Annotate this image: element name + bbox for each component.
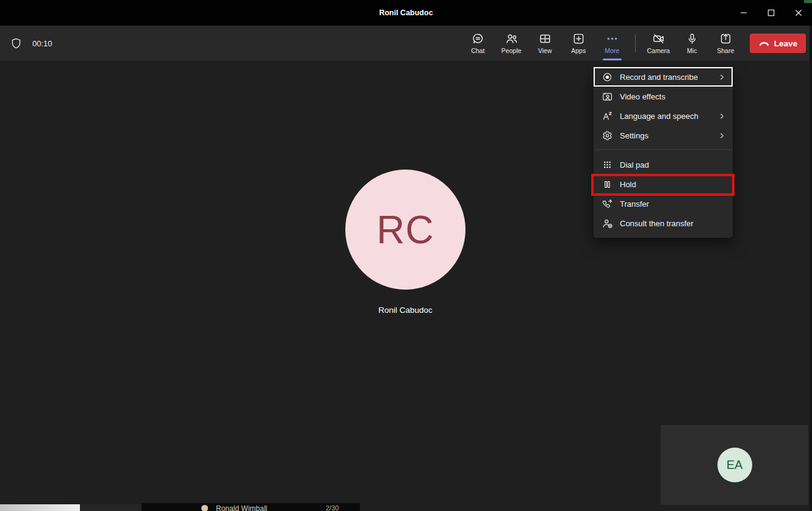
menu-item-label: Language and speech (620, 112, 699, 121)
grid-view-icon (539, 32, 552, 45)
background-window-fragment-right (810, 26, 812, 511)
people-button[interactable]: People (495, 26, 528, 61)
window-controls (730, 0, 812, 26)
close-button[interactable] (785, 0, 812, 26)
call-info: 00:10 (10, 37, 52, 50)
more-button[interactable]: More (595, 26, 629, 61)
menu-item-dial-pad[interactable]: Dial pad (594, 155, 733, 174)
mic-icon (686, 32, 699, 45)
menu-item-transfer[interactable]: Transfer (594, 194, 733, 213)
self-initials: EA (727, 458, 743, 472)
mic-label: Mic (687, 48, 697, 54)
background-window-fragment-mid (80, 504, 142, 511)
desktop-corner-fragment (804, 0, 812, 3)
consult-transfer-icon (602, 218, 613, 229)
chevron-right-icon (717, 112, 727, 121)
video-effects-icon (602, 91, 613, 102)
background-window-counter: 2/30 (326, 504, 339, 511)
camera-label: Camera (647, 48, 670, 54)
background-window-name: Ronald Wimball (216, 504, 267, 511)
teams-call-window: Ronil Cabudoc 00:10 (0, 0, 812, 511)
minimize-button[interactable] (730, 0, 757, 26)
participant-name: Ronil Cabudoc (315, 306, 496, 315)
maximize-icon (767, 9, 775, 16)
menu-item-label: Hold (620, 180, 636, 189)
mic-button[interactable]: Mic (675, 26, 709, 61)
minimize-icon (740, 9, 747, 16)
titlebar: Ronil Cabudoc (0, 0, 812, 26)
close-icon (795, 9, 802, 16)
leave-label: Leave (774, 39, 797, 48)
ellipsis-icon (606, 32, 619, 45)
apps-label: Apps (571, 48, 586, 54)
gear-icon (602, 130, 613, 141)
leave-button[interactable]: Leave (750, 34, 806, 53)
chevron-right-icon (717, 131, 727, 140)
people-icon (505, 32, 518, 45)
menu-item-label: Dial pad (620, 160, 649, 170)
apps-button[interactable]: Apps (562, 26, 595, 61)
hold-pause-icon (602, 179, 613, 190)
menu-item-video-effects[interactable]: Video effects (594, 87, 733, 106)
call-toolbar: 00:10 Chat People (0, 26, 812, 61)
language-icon (602, 110, 613, 122)
share-button[interactable]: Share (709, 26, 742, 61)
dialpad-icon (602, 159, 613, 171)
more-menu: Record and transcribe Video effects Lang… (594, 67, 733, 238)
menu-item-hold[interactable]: Hold (594, 174, 733, 194)
background-window-bar[interactable]: Ronald Wimball 2/30 (142, 503, 360, 511)
background-window-fragment-left (0, 504, 80, 511)
view-label: View (538, 48, 552, 54)
menu-item-label: Settings (620, 131, 649, 140)
participant-initials: RC (376, 207, 434, 252)
camera-off-icon (652, 32, 665, 45)
menu-item-language-and-speech[interactable]: Language and speech (594, 106, 733, 126)
menu-item-settings[interactable]: Settings (594, 126, 733, 145)
hangup-icon (758, 38, 770, 49)
menu-item-consult-then-transfer[interactable]: Consult then transfer (594, 213, 733, 233)
self-avatar: EA (717, 448, 752, 482)
chevron-right-icon (717, 73, 727, 82)
self-view-tile[interactable]: EA (661, 425, 808, 505)
active-tab-indicator (603, 59, 622, 60)
more-label: More (605, 48, 619, 54)
transfer-call-icon (602, 198, 613, 210)
toolbar-buttons: Chat People View (461, 26, 812, 61)
security-shield-icon[interactable] (10, 37, 23, 50)
window-title: Ronil Cabudoc (0, 0, 812, 26)
share-label: Share (717, 48, 734, 54)
people-label: People (501, 48, 522, 54)
menu-item-label: Consult then transfer (620, 219, 694, 228)
menu-divider (594, 149, 733, 150)
share-icon (719, 32, 732, 45)
menu-item-label: Transfer (620, 199, 649, 209)
camera-button[interactable]: Camera (642, 26, 675, 61)
record-icon (602, 71, 613, 83)
menu-item-label: Video effects (620, 92, 666, 101)
chat-icon (472, 32, 484, 45)
chat-button[interactable]: Chat (461, 26, 495, 61)
call-timer: 00:10 (32, 39, 52, 48)
add-app-icon (572, 32, 585, 45)
view-button[interactable]: View (528, 26, 562, 61)
maximize-button[interactable] (757, 0, 785, 26)
toolbar-divider (635, 34, 636, 52)
menu-item-label: Record and transcribe (620, 73, 698, 82)
contact-avatar-dot (201, 505, 208, 511)
chat-label: Chat (471, 48, 484, 54)
menu-item-record-and-transcribe[interactable]: Record and transcribe (594, 67, 733, 87)
participant-avatar: RC (345, 170, 465, 290)
